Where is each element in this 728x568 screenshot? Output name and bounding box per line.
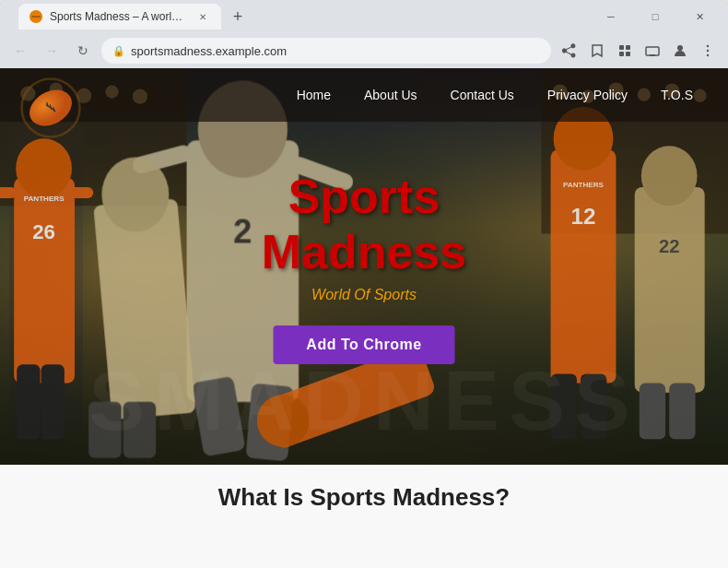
profile-icon[interactable] <box>667 38 693 64</box>
svg-rect-17 <box>14 178 75 384</box>
address-bar: ← → ↻ 🔒 sportsmadness.example.com <box>0 33 728 68</box>
svg-text:22: 22 <box>659 236 680 256</box>
hero-subtitle: World Of Sports <box>182 287 546 303</box>
svg-rect-42 <box>635 187 705 393</box>
window-controls: ─ □ ✕ <box>590 2 721 31</box>
site-logo <box>18 76 83 144</box>
svg-point-33 <box>101 158 169 232</box>
svg-rect-5 <box>626 52 630 56</box>
add-to-chrome-button[interactable]: Add To Chrome <box>273 325 454 364</box>
reload-button[interactable]: ↻ <box>70 38 96 64</box>
svg-text:PANTHERS: PANTHERS <box>24 195 65 203</box>
svg-text:PANTHERS: PANTHERS <box>563 181 605 189</box>
tab-close-button[interactable]: ✕ <box>195 9 210 24</box>
cast-icon[interactable] <box>640 38 665 64</box>
nav-links: Home About Us Contact Us Privacy Policy … <box>289 87 700 103</box>
svg-text:26: 26 <box>32 220 55 243</box>
tab-bar: Sports Madness – A world of sp... ✕ + <box>11 4 586 30</box>
webpage: 26 PANTHERS <box>0 68 728 568</box>
svg-point-8 <box>677 45 683 51</box>
svg-rect-2 <box>619 45 624 50</box>
nav-tos[interactable]: T.O.S <box>653 84 700 106</box>
extensions-icon[interactable] <box>612 38 638 64</box>
nav-about[interactable]: About Us <box>357 84 425 106</box>
new-tab-button[interactable]: + <box>225 4 251 30</box>
title-bar: Sports Madness – A world of sp... ✕ + ─ … <box>0 0 728 33</box>
menu-icon[interactable] <box>695 38 721 64</box>
svg-point-11 <box>707 54 709 56</box>
forward-button[interactable]: → <box>39 38 65 64</box>
svg-rect-45 <box>640 384 665 440</box>
nav-privacy[interactable]: Privacy Policy <box>540 84 635 106</box>
svg-rect-21 <box>0 187 17 198</box>
minimize-button[interactable]: ─ <box>590 2 632 31</box>
hero-section: 26 PANTHERS <box>0 68 728 465</box>
maximize-button[interactable]: □ <box>634 2 676 31</box>
svg-point-10 <box>707 50 709 52</box>
svg-rect-7 <box>650 54 655 56</box>
bookmark-icon[interactable] <box>584 38 610 64</box>
svg-point-18 <box>16 138 72 198</box>
nav-contact[interactable]: Contact Us <box>443 84 522 106</box>
below-fold-section: What Is Sports Madness? <box>0 465 728 568</box>
svg-rect-6 <box>646 47 659 55</box>
back-button[interactable]: ← <box>7 38 33 64</box>
site-navigation: Home About Us Contact Us Privacy Policy … <box>0 68 728 122</box>
hero-title: Sports Madness <box>182 169 546 279</box>
close-button[interactable]: ✕ <box>678 2 721 31</box>
active-tab[interactable]: Sports Madness – A world of sp... ✕ <box>18 4 221 30</box>
url-bar[interactable]: 🔒 sportsmadness.example.com <box>101 38 551 64</box>
svg-rect-3 <box>626 45 630 50</box>
svg-point-9 <box>707 45 709 47</box>
svg-rect-22 <box>67 187 93 198</box>
lock-icon: 🔒 <box>112 45 125 57</box>
svg-rect-46 <box>669 384 695 440</box>
svg-text:12: 12 <box>570 204 595 229</box>
hero-content: Sports Madness World Of Sports Add To Ch… <box>182 169 546 364</box>
svg-rect-23 <box>17 364 40 439</box>
tab-favicon <box>29 10 42 23</box>
tab-title: Sports Madness – A world of sp... <box>50 10 188 23</box>
svg-rect-4 <box>619 52 624 56</box>
browser-window: Sports Madness – A world of sp... ✕ + ─ … <box>0 0 728 568</box>
svg-point-43 <box>641 146 698 206</box>
svg-rect-24 <box>41 364 65 439</box>
share-icon[interactable] <box>557 38 582 64</box>
url-text: sportsmadness.example.com <box>131 44 540 58</box>
section-title: What Is Sports Madness? <box>18 483 710 512</box>
nav-home[interactable]: Home <box>289 84 338 106</box>
toolbar-actions <box>557 38 721 64</box>
svg-text:SMADNESS: SMADNESS <box>88 353 640 447</box>
